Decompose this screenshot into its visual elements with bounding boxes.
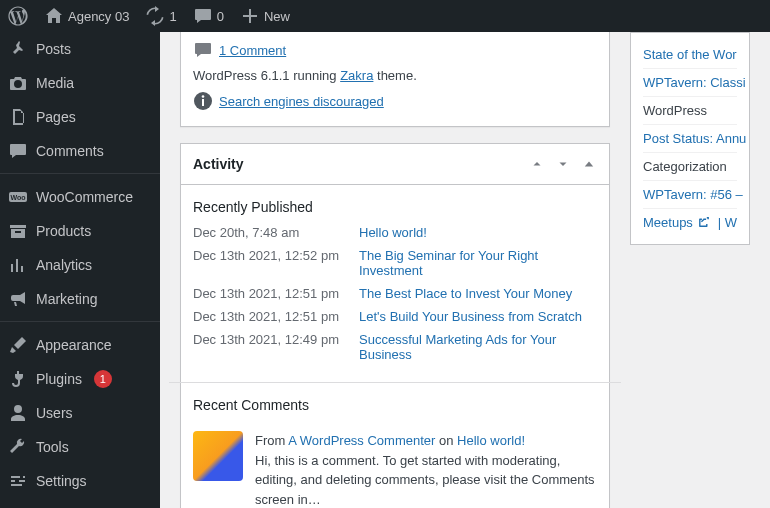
wp-logo[interactable] xyxy=(0,0,36,32)
updates-count: 1 xyxy=(169,9,176,24)
sliders-icon xyxy=(8,471,28,491)
chart-icon xyxy=(8,255,28,275)
site-name-text: Agency 03 xyxy=(68,9,129,24)
activity-post-date: Dec 20th, 7:48 am xyxy=(193,225,343,240)
sidebar-item-label: Appearance xyxy=(36,337,112,353)
news-box: State of the Wor WPTavern: Classi WordPr… xyxy=(630,32,750,245)
comment-on-label: on xyxy=(439,433,453,448)
info-icon xyxy=(193,91,213,111)
user-icon xyxy=(8,403,28,423)
comments-link[interactable]: 1 Comment xyxy=(219,43,286,58)
sidebar-item-posts[interactable]: Posts xyxy=(0,32,160,66)
activity-post-row: Dec 13th 2021, 12:51 pmLet's Build Your … xyxy=(193,309,597,324)
comment-icon xyxy=(193,6,213,26)
sidebar-item-label: Media xyxy=(36,75,74,91)
sidebar-item-marketing[interactable]: Marketing xyxy=(0,282,160,316)
sidebar-item-comments[interactable]: Comments xyxy=(0,134,160,168)
activity-post-row: Dec 20th, 7:48 amHello world! xyxy=(193,225,597,240)
activity-post-row: Dec 13th 2021, 12:49 pmSuccessful Market… xyxy=(193,332,597,362)
comment-from-label: From xyxy=(255,433,285,448)
plug-icon xyxy=(8,369,28,389)
svg-rect-3 xyxy=(202,99,204,106)
home-icon xyxy=(44,6,64,26)
sidebar-item-label: Pages xyxy=(36,109,76,125)
comments-count: 0 xyxy=(217,9,224,24)
update-icon xyxy=(145,6,165,26)
sidebar-item-tools[interactable]: Tools xyxy=(0,430,160,464)
comment-row: From A WordPress Commenter on Hello worl… xyxy=(193,423,597,508)
sidebar-item-users[interactable]: Users xyxy=(0,396,160,430)
new-content-link[interactable]: New xyxy=(232,0,298,32)
plus-icon xyxy=(240,6,260,26)
comment-icon xyxy=(193,40,213,60)
new-label: New xyxy=(264,9,290,24)
theme-link[interactable]: Zakra xyxy=(340,68,373,83)
toggle-panel-button[interactable] xyxy=(579,154,599,174)
move-up-button[interactable] xyxy=(527,154,547,174)
sidebar-item-media[interactable]: Media xyxy=(0,66,160,100)
activity-title: Activity xyxy=(181,146,256,182)
sidebar-item-products[interactable]: Products xyxy=(0,214,160,248)
activity-post-date: Dec 13th 2021, 12:49 pm xyxy=(193,332,343,347)
at-a-glance-box: 1 Comment WordPress 6.1.1 running Zakra … xyxy=(180,32,610,127)
site-name-link[interactable]: Agency 03 xyxy=(36,0,137,32)
page-icon xyxy=(8,107,28,127)
woo-icon: Woo xyxy=(8,187,28,207)
wrench-icon xyxy=(8,437,28,457)
sidebar-item-label: Posts xyxy=(36,41,71,57)
activity-post-link[interactable]: Hello world! xyxy=(359,225,427,240)
sidebar-item-settings[interactable]: Settings xyxy=(0,464,160,498)
news-link[interactable]: WPTavern: Classi xyxy=(643,69,737,97)
brush-icon xyxy=(8,335,28,355)
seo-warning-link[interactable]: Search engines discouraged xyxy=(219,94,384,109)
sidebar-item-pages[interactable]: Pages xyxy=(0,100,160,134)
activity-post-row: Dec 13th 2021, 12:52 pmThe Big Seminar f… xyxy=(193,248,597,278)
recently-published-heading: Recently Published xyxy=(193,199,597,215)
activity-post-link[interactable]: The Big Seminar for Your Right Investmen… xyxy=(359,248,538,278)
svg-text:Woo: Woo xyxy=(10,194,25,201)
activity-post-date: Dec 13th 2021, 12:51 pm xyxy=(193,309,343,324)
activity-box: Activity Recently Published Dec 20th, 7:… xyxy=(180,143,610,508)
news-link[interactable]: State of the Wor xyxy=(643,41,737,69)
avatar xyxy=(193,431,243,481)
update-badge: 1 xyxy=(94,370,112,388)
sidebar-item-label: Settings xyxy=(36,473,87,489)
sidebar-item-label: Comments xyxy=(36,143,104,159)
menu-separator xyxy=(0,168,160,174)
activity-post-row: Dec 13th 2021, 12:51 pmThe Best Place to… xyxy=(193,286,597,301)
updates-link[interactable]: 1 xyxy=(137,0,184,32)
news-link[interactable]: Categorization xyxy=(643,153,737,181)
activity-post-link[interactable]: Let's Build Your Business from Scratch xyxy=(359,309,582,324)
wordpress-icon xyxy=(8,6,28,26)
sidebar-item-label: WooCommerce xyxy=(36,189,133,205)
sidebar-item-label: Products xyxy=(36,223,91,239)
move-down-button[interactable] xyxy=(553,154,573,174)
meetups-link[interactable]: Meetups | W xyxy=(643,209,737,236)
comment-post-link[interactable]: Hello world! xyxy=(457,433,525,448)
comments-bubble[interactable]: 0 xyxy=(185,0,232,32)
news-link[interactable]: WordPress xyxy=(643,97,737,125)
archive-icon xyxy=(8,221,28,241)
sidebar-item-analytics[interactable]: Analytics xyxy=(0,248,160,282)
sidebar-item-plugins[interactable]: Plugins1 xyxy=(0,362,160,396)
news-link[interactable]: Post Status: Annu xyxy=(643,125,737,153)
activity-post-link[interactable]: The Best Place to Invest Your Money xyxy=(359,286,572,301)
activity-post-link[interactable]: Successful Marketing Ads for Your Busine… xyxy=(359,332,556,362)
external-link-icon xyxy=(697,215,711,230)
pin-icon xyxy=(8,39,28,59)
activity-post-date: Dec 13th 2021, 12:51 pm xyxy=(193,286,343,301)
comment-icon xyxy=(8,141,28,161)
megaphone-icon xyxy=(8,289,28,309)
recent-comments-heading: Recent Comments xyxy=(193,397,597,413)
news-link[interactable]: WPTavern: #56 – xyxy=(643,181,737,209)
sidebar-item-appearance[interactable]: Appearance xyxy=(0,328,160,362)
camera-icon xyxy=(8,73,28,93)
sidebar-item-label: Tools xyxy=(36,439,69,455)
comment-author-link[interactable]: A WordPress Commenter xyxy=(288,433,435,448)
sidebar-item-label: Plugins xyxy=(36,371,82,387)
comment-body-text: Hi, this is a comment. To get started wi… xyxy=(255,453,595,507)
menu-separator xyxy=(0,316,160,322)
svg-point-4 xyxy=(202,95,205,98)
wp-version-text: WordPress 6.1.1 running Zakra theme. xyxy=(193,68,597,83)
sidebar-item-woocommerce[interactable]: WooWooCommerce xyxy=(0,180,160,214)
